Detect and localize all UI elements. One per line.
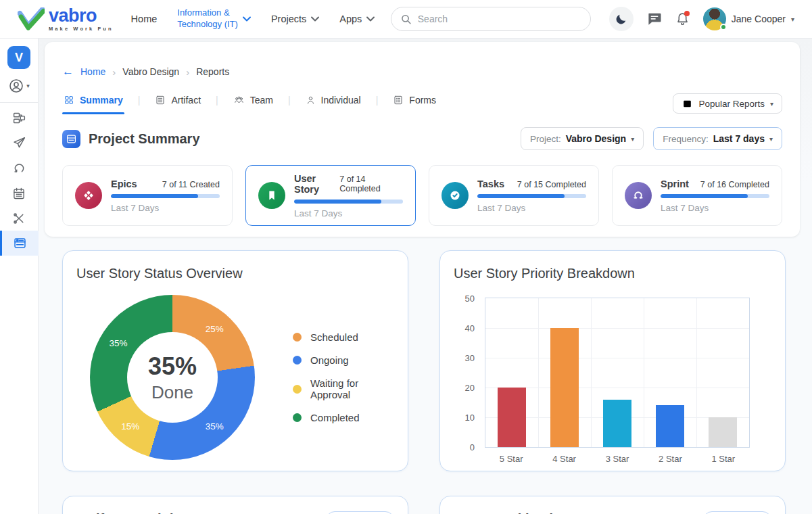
top-header: vabro Make Work Fun Home Information &Te… <box>0 0 812 39</box>
sprint-loop-icon <box>12 161 26 175</box>
chart-title: User Story Status Overview <box>76 266 394 281</box>
gridline-v <box>591 298 592 447</box>
notifications-button[interactable] <box>675 11 690 26</box>
sidebar-item-calendar[interactable] <box>0 181 39 206</box>
team-icon <box>233 95 245 106</box>
forms-icon <box>393 95 404 106</box>
bar[interactable] <box>603 400 631 447</box>
user-menu[interactable]: Jane Cooper ▾ <box>703 7 794 30</box>
report-window-icon <box>66 135 76 143</box>
project-filter-dropdown[interactable]: Project: Vabro Design ▾ <box>521 127 644 150</box>
bar-plot: 01020304050 <box>485 298 750 448</box>
tab-individual[interactable]: Individual <box>304 93 362 114</box>
artifact-breakdown-card: Artifact Breakdown View Details <box>62 496 408 514</box>
search-input[interactable] <box>418 14 581 24</box>
tab-forms[interactable]: Forms <box>391 93 437 114</box>
stat-period: Last 7 Days <box>477 203 586 213</box>
stat-card[interactable]: Sprint 7 of 16 Completed Last 7 Days <box>612 165 782 226</box>
bar-xlabels: 5 Star4 Star3 Star2 Star1 Star <box>485 454 750 464</box>
paper-plane-icon <box>12 136 26 150</box>
legend-dot <box>293 413 302 422</box>
stat-title: Sprint <box>661 179 689 189</box>
nav-it-label: Information &Technology (IT) <box>177 7 238 30</box>
sidebar-item-reports[interactable] <box>0 231 39 256</box>
frequency-filter-dropdown[interactable]: Frequency: Last 7 days ▾ <box>653 127 782 150</box>
view-details-button[interactable]: View Details <box>326 511 394 514</box>
brand-tagline: Make Work Fun <box>49 26 114 32</box>
card-title: Artifact Breakdown <box>76 511 200 514</box>
y-tick-label: 30 <box>465 353 475 363</box>
progress-bar <box>294 200 403 204</box>
nav-projects-dropdown[interactable]: Projects <box>271 14 319 24</box>
bar[interactable] <box>656 405 684 447</box>
donut-slice-label: 25% <box>206 324 224 334</box>
stat-card[interactable]: Epics 7 of 11 Created Last 7 Days <box>62 165 233 226</box>
y-tick-label: 20 <box>465 383 475 393</box>
stat-title: User Story <box>294 173 339 195</box>
nav-home[interactable]: Home <box>131 14 158 24</box>
chevron-down-icon: ▾ <box>631 135 634 143</box>
grid-icon <box>64 95 74 106</box>
progress-bar <box>111 194 220 198</box>
nav-apps-dropdown[interactable]: Apps <box>339 14 375 24</box>
vabro-logo[interactable]: vabro Make Work Fun <box>18 7 114 32</box>
legend-dot <box>293 333 302 342</box>
tab-team[interactable]: Team <box>232 93 274 114</box>
sidebar-item-tools[interactable] <box>0 206 39 231</box>
header-actions: Jane Cooper ▾ <box>609 7 794 31</box>
bar[interactable] <box>709 417 737 447</box>
sidebar-item-sprint[interactable] <box>0 156 39 181</box>
x-tick-label: 4 Star <box>538 454 590 464</box>
view-details-button[interactable]: View Details <box>703 511 771 514</box>
main-nav: Home Information &Technology (IT) Projec… <box>131 7 375 30</box>
legend-dot <box>293 385 302 394</box>
boards-icon <box>12 111 26 125</box>
popular-reports-button[interactable]: Popular Reports ▾ <box>673 93 782 114</box>
messages-button[interactable] <box>647 12 662 26</box>
breadcrumb-project[interactable]: Vabro Design <box>122 66 179 77</box>
sidebar-v-logo[interactable]: V <box>7 46 30 69</box>
page-title-row: Project Summary Project: Vabro Design ▾ … <box>62 127 782 150</box>
dark-mode-toggle[interactable] <box>609 7 634 31</box>
sidebar-item-send[interactable] <box>0 131 39 156</box>
y-tick-label: 50 <box>465 294 475 304</box>
breadcrumb: ← Home › Vabro Design › Reports <box>62 42 782 78</box>
stat-card[interactable]: User Story 7 of 14 Completed Last 7 Days <box>245 165 416 226</box>
donut-chart-card: User Story Status Overview 25%35%15%35% … <box>62 250 408 471</box>
breadcrumb-home[interactable]: Home <box>80 66 105 77</box>
chat-icon <box>647 12 662 26</box>
bar[interactable] <box>498 388 526 447</box>
gridline-v <box>696 298 697 447</box>
chevron-down-icon <box>243 16 251 22</box>
donut-center: 35% Done <box>127 332 218 423</box>
legend-item: Scheduled <box>293 331 394 343</box>
legend-item: Ongoing <box>293 354 394 366</box>
filters: Project: Vabro Design ▾ Frequency: Last … <box>521 127 782 150</box>
donut-chart[interactable]: 25%35%15%35% 35% Done <box>90 295 255 460</box>
bar[interactable] <box>550 328 579 447</box>
stat-period: Last 7 Days <box>294 208 403 218</box>
epics-icon <box>75 182 102 209</box>
sidebar-item-boards[interactable] <box>0 106 39 131</box>
gridline-v <box>538 298 539 447</box>
stat-title: Tasks <box>477 179 504 189</box>
search-bar[interactable] <box>391 7 591 31</box>
legend-dot <box>293 356 302 365</box>
account-circle-icon <box>8 78 24 94</box>
sidebar-item-account[interactable]: ▾ <box>8 78 30 102</box>
donut-slice-label: 35% <box>110 337 128 348</box>
x-tick-label: 1 Star <box>697 454 750 464</box>
user-story-icon <box>258 182 285 209</box>
tab-artifact[interactable]: Artifact <box>153 93 202 114</box>
sidebar-divider <box>0 102 38 103</box>
x-tick-label: 5 Star <box>485 454 538 464</box>
tab-summary[interactable]: Summary <box>62 93 124 114</box>
back-arrow-icon[interactable]: ← <box>62 65 74 78</box>
tools-icon <box>12 212 26 225</box>
legend-item: Completed <box>293 412 394 423</box>
nav-it-dropdown[interactable]: Information &Technology (IT) <box>177 7 251 30</box>
stat-card[interactable]: Tasks 7 of 15 Completed Last 7 Days <box>429 165 599 226</box>
chevron-down-icon <box>311 16 319 22</box>
x-tick-label: 2 Star <box>644 454 696 464</box>
project-summary-icon <box>62 130 80 148</box>
